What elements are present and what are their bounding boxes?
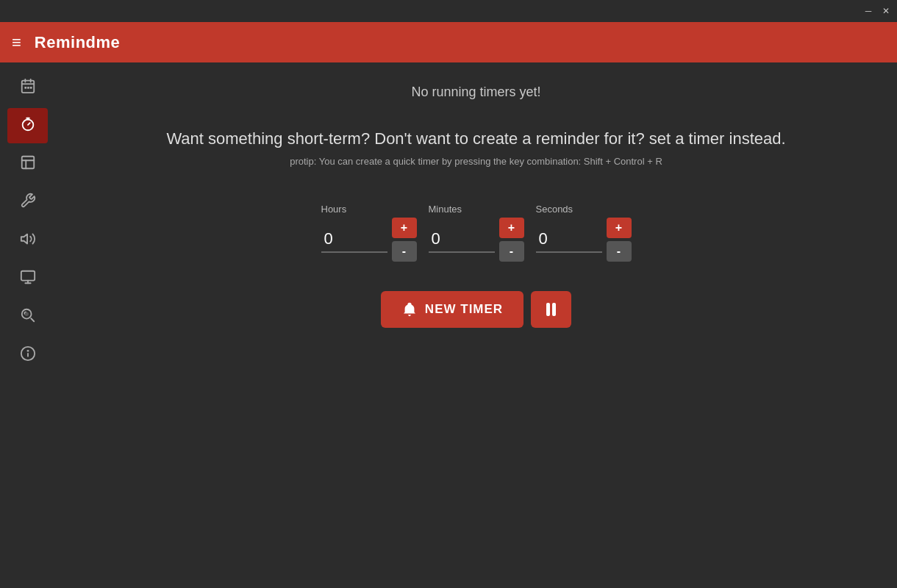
seconds-minus-button[interactable]: - (607, 241, 632, 262)
hamburger-icon[interactable]: ≡ (12, 35, 21, 51)
pause-bar-right (552, 303, 556, 316)
seconds-row: + - (536, 218, 632, 262)
minutes-minus-button[interactable]: - (499, 241, 524, 262)
minutes-plus-button[interactable]: + (499, 218, 524, 238)
calendar-icon (20, 78, 36, 98)
content: No running timers yet! Want something sh… (55, 62, 897, 588)
hours-buttons: + - (392, 218, 417, 262)
hours-minus-button[interactable]: - (392, 241, 417, 262)
sidebar-item-settings[interactable] (7, 184, 48, 220)
info-section: Want something short-term? Don't want to… (137, 129, 815, 167)
hours-input[interactable] (321, 226, 387, 253)
minutes-row: + - (429, 218, 524, 262)
minutes-input-wrapper (429, 226, 495, 253)
svg-rect-0 (21, 80, 34, 93)
info-tip-text: protip: You can create a quick timer by … (166, 156, 785, 167)
screen-icon (20, 269, 36, 289)
title-bar: ─ ✕ (0, 0, 897, 22)
seconds-unit: Seconds + - (536, 204, 632, 262)
seconds-plus-button[interactable]: + (607, 218, 632, 238)
search-icon (20, 307, 36, 327)
main-layout: No running timers yet! Want something sh… (0, 62, 897, 588)
seconds-input-wrapper (536, 226, 602, 253)
sound-icon (20, 231, 36, 251)
timer-icon (20, 116, 36, 136)
action-buttons: NEW TIMER (381, 291, 571, 328)
sidebar-item-timer[interactable] (7, 108, 48, 143)
minutes-label: Minutes (429, 204, 462, 215)
sidebar-item-templates[interactable] (7, 146, 48, 182)
hours-label: Hours (321, 204, 347, 215)
sidebar (0, 62, 55, 588)
timer-controls: Hours + - Minutes (321, 204, 632, 262)
svg-rect-15 (21, 270, 34, 280)
minutes-buttons: + - (499, 218, 524, 262)
seconds-input[interactable] (536, 226, 602, 253)
bell-icon (401, 301, 418, 318)
svg-marker-14 (21, 234, 26, 243)
sidebar-item-calendar[interactable] (7, 70, 48, 105)
app-title: Remindme (35, 33, 120, 52)
sidebar-item-search[interactable] (7, 299, 48, 334)
pause-button[interactable] (531, 291, 571, 328)
wrench-icon (20, 193, 36, 212)
header: ≡ Remindme (0, 22, 897, 62)
minimize-button[interactable]: ─ (863, 6, 873, 16)
info-icon (20, 345, 36, 365)
sidebar-item-screen[interactable] (7, 261, 48, 296)
hours-row: + - (321, 218, 417, 262)
new-timer-label: NEW TIMER (425, 302, 503, 317)
pause-bar-left (546, 303, 550, 316)
svg-rect-6 (29, 86, 32, 88)
sidebar-item-info[interactable] (7, 337, 48, 373)
hours-input-wrapper (321, 226, 387, 253)
svg-line-10 (28, 123, 30, 125)
no-timers-label: No running timers yet! (411, 85, 540, 100)
template-icon (20, 154, 36, 174)
svg-rect-11 (21, 156, 34, 168)
svg-rect-5 (27, 86, 29, 88)
hours-unit: Hours + - (321, 204, 417, 262)
info-main-text: Want something short-term? Don't want to… (166, 129, 785, 148)
new-timer-button[interactable]: NEW TIMER (381, 291, 523, 328)
hours-plus-button[interactable]: + (392, 218, 417, 238)
close-button[interactable]: ✕ (881, 6, 891, 16)
pause-icon (546, 303, 556, 316)
minutes-unit: Minutes + - (429, 204, 524, 262)
sidebar-item-sound[interactable] (7, 223, 48, 258)
svg-rect-4 (24, 86, 26, 88)
minutes-input[interactable] (429, 226, 495, 253)
seconds-label: Seconds (536, 204, 573, 215)
seconds-buttons: + - (607, 218, 632, 262)
